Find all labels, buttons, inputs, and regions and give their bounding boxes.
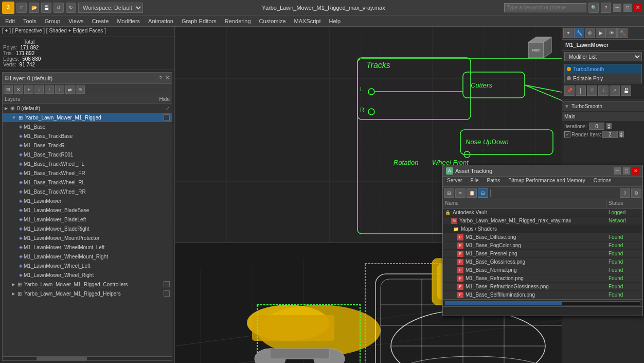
layer-item-twrr[interactable]: ◈ M1_Base_TrackWheel_RR xyxy=(3,187,172,196)
at-tb-btn4[interactable]: ⊟ xyxy=(478,188,488,198)
layer-item-bladebase[interactable]: ◈ M1_LawnMower_BladeBase xyxy=(3,205,172,215)
layers-scroll-area[interactable]: ▶ ⊞ 0 (default) ✓ ▼ ⊞ Yarbo_Lawn_Mower_M… xyxy=(3,103,172,356)
menu-rendering[interactable]: Rendering xyxy=(221,17,255,25)
search-icon[interactable]: 🔍 xyxy=(588,3,599,13)
menu-maxscript[interactable]: MAXScript xyxy=(290,17,325,25)
modifier-list-dropdown[interactable]: Modifier List xyxy=(564,52,642,61)
layer-item-wmright[interactable]: ◈ M1_LawnMower_WheelMount_Right xyxy=(3,252,172,261)
at-close-btn[interactable]: ✕ xyxy=(632,167,639,175)
layer-item-wheelright[interactable]: ◈ M1_LawnMower_Wheel_Right xyxy=(3,270,172,280)
at-menu-file[interactable]: File xyxy=(466,177,482,186)
undo-btn[interactable]: ↺ xyxy=(53,3,64,13)
ts-spin-down2[interactable]: ▼ xyxy=(619,134,624,137)
layer-tb-btn7[interactable]: ⇄ xyxy=(65,85,75,94)
at-table[interactable]: 🔒 Autodesk Vault Logged M Yarbo_Lawn_Mow… xyxy=(443,209,642,299)
mod-icon-2[interactable]: ⊤ xyxy=(587,85,597,96)
window-close-btn[interactable]: ✕ xyxy=(634,4,642,12)
at-menu-options[interactable]: Options xyxy=(589,177,615,186)
ts-collapse-icon[interactable]: ▼ xyxy=(564,103,569,109)
at-menu-server[interactable]: Server xyxy=(443,177,466,186)
rp-btn-utilities[interactable]: 🔨 xyxy=(617,28,628,38)
layer-item-lawnmower[interactable]: ◈ M1_LawnMower xyxy=(3,196,172,205)
layer-item-trackr001[interactable]: ◈ M1_Base_TrackR001 xyxy=(3,150,172,159)
mod-icon-1[interactable]: │ xyxy=(576,85,586,96)
at-row-selfillum[interactable]: P M1_Base_SelfIllumination.png Found xyxy=(443,291,642,299)
layer-item-helpers[interactable]: ▶ ⊞ Yarbo_Lawn_Mower_M1_Rigged_Helpers xyxy=(3,289,172,298)
at-maximize-btn[interactable]: □ xyxy=(623,167,630,175)
menu-group[interactable]: Group xyxy=(41,17,65,25)
ts-spin-down[interactable]: ▼ xyxy=(606,126,612,129)
layer-tb-btn2[interactable]: ✕ xyxy=(14,85,23,94)
menu-modifiers[interactable]: Modifiers xyxy=(113,17,144,25)
layer-checkbox[interactable] xyxy=(164,281,170,287)
layer-item-default[interactable]: ▶ ⊞ 0 (default) ✓ xyxy=(3,103,172,113)
at-row-maps[interactable]: 📁 Maps / Shaders xyxy=(443,225,642,233)
layer-tb-btn8[interactable]: ⊕ xyxy=(76,85,85,94)
menu-animation[interactable]: Animation xyxy=(144,17,177,25)
save-btn[interactable]: 💾 xyxy=(41,3,51,13)
rp-btn-display[interactable]: 👁 xyxy=(606,28,617,38)
layer-item-bladeleft[interactable]: ◈ M1_LawnMower_BladeLeft xyxy=(3,215,172,224)
layer-item-twfl[interactable]: ◈ M1_Base_TrackWheel_FL xyxy=(3,159,172,168)
mod-icon-3[interactable]: ⊥ xyxy=(598,85,609,96)
rp-btn-hierarchy[interactable]: ⊕ xyxy=(585,28,595,38)
layers-scrollbar-thumb[interactable] xyxy=(37,357,87,360)
nav-cube[interactable]: Front xyxy=(526,32,557,63)
layer-item-mountprot[interactable]: ◈ M1_LawnMower_MountProtector xyxy=(3,233,172,243)
ts-iterations-spinner[interactable]: ▲ ▼ xyxy=(606,123,612,129)
at-row-maxfile[interactable]: M Yarbo_Lawn_Mower_M1_Rigged_max_vray.ma… xyxy=(443,217,642,225)
window-minimize-btn[interactable]: ─ xyxy=(613,4,621,12)
rp-btn-motion[interactable]: ▶ xyxy=(596,28,606,38)
open-btn[interactable]: 📂 xyxy=(29,3,39,13)
layer-item-wheelleft[interactable]: ◈ M1_LawnMower_Wheel_Left xyxy=(3,261,172,270)
at-row-normal[interactable]: P M1_Base_Normal.png Found xyxy=(443,266,642,274)
menu-help[interactable]: Help xyxy=(325,17,345,25)
render-iters-input[interactable] xyxy=(602,131,618,138)
layer-tb-btn1[interactable]: ⊞ xyxy=(4,85,13,94)
layer-item-trackr[interactable]: ◈ M1_Base_TrackR xyxy=(3,141,172,150)
at-tb-btn1[interactable]: ⊞ xyxy=(444,188,454,198)
rp-btn-create[interactable]: ✦ xyxy=(563,28,574,38)
layer-item-yarbo[interactable]: ▼ ⊞ Yarbo_Lawn_Mower_M1_Rigged xyxy=(3,113,172,122)
at-tb-help[interactable]: ? xyxy=(620,188,630,198)
layer-item-controllers[interactable]: ▶ ⊞ Yarbo_Lawn_Mower_M1_Rigged_Controlle… xyxy=(3,280,172,289)
at-tb-btn3[interactable]: 📋 xyxy=(467,188,477,198)
layer-tb-btn4[interactable]: ↓ xyxy=(34,85,44,94)
layer-tb-btn3[interactable]: + xyxy=(24,85,33,94)
mod-icon-4[interactable]: ↗ xyxy=(610,85,620,96)
at-row-fresnel[interactable]: P M1_Base_Fresnel.png Found xyxy=(443,250,642,258)
layer-item-twfr[interactable]: ◈ M1_Base_TrackWheel_FR xyxy=(3,168,172,178)
layer-item-m1base[interactable]: ◈ M1_Base xyxy=(3,122,172,131)
at-row-glossiness[interactable]: P M1_Base_Glossiness.png Found xyxy=(443,258,642,266)
redo-btn[interactable]: ↻ xyxy=(66,3,76,13)
menu-tools[interactable]: Tools xyxy=(19,17,41,25)
at-tb-settings[interactable]: ⚙ xyxy=(631,188,641,198)
help-btn[interactable]: ? xyxy=(601,3,611,13)
menu-edit[interactable]: Edit xyxy=(1,17,19,25)
at-menu-bitmap[interactable]: Bitmap Performance and Memory xyxy=(504,177,589,186)
mod-item-editable[interactable]: Editable Poly xyxy=(565,74,641,83)
ts-iterations-input[interactable] xyxy=(589,123,604,130)
at-row-refraction[interactable]: P M1_Base_Refraction.png Found xyxy=(443,274,642,283)
menu-create[interactable]: Create xyxy=(87,17,113,25)
at-row-diffuse[interactable]: P M1_Base_Diffuse.png Found xyxy=(443,233,642,241)
at-minimize-btn[interactable]: ─ xyxy=(614,167,621,175)
at-menu-paths[interactable]: Paths xyxy=(483,177,505,186)
new-btn[interactable]: □ xyxy=(16,3,27,13)
at-row-refrglossiness[interactable]: P M1_Base_RefractionGlossiness.png Found xyxy=(443,283,642,291)
menu-graph-editors[interactable]: Graph Editors xyxy=(177,17,221,25)
at-row-vault[interactable]: 🔒 Autodesk Vault Logged xyxy=(443,209,642,217)
menu-views[interactable]: Views xyxy=(64,17,87,25)
workspace-selector[interactable]: Workspace: Default xyxy=(78,3,143,13)
layers-help-btn[interactable]: ? xyxy=(157,75,164,81)
layer-item-wmleft[interactable]: ◈ M1_LawnMower_WheelMount_Left xyxy=(3,243,172,252)
rp-btn-modify[interactable]: 🔧 xyxy=(574,28,584,38)
at-tb-btn2[interactable]: ≡ xyxy=(455,188,466,198)
menu-customize[interactable]: Customize xyxy=(255,17,290,25)
layer-checkbox[interactable] xyxy=(164,290,170,297)
layers-close-btn[interactable]: ✕ xyxy=(165,75,170,81)
layer-tb-btn6[interactable]: ↕ xyxy=(55,85,64,94)
mod-item-turbosmooth[interactable]: TurboSmooth xyxy=(565,64,641,74)
layer-item-bladeright[interactable]: ◈ M1_LawnMower_BladeRight xyxy=(3,224,172,233)
search-input[interactable] xyxy=(504,3,586,12)
